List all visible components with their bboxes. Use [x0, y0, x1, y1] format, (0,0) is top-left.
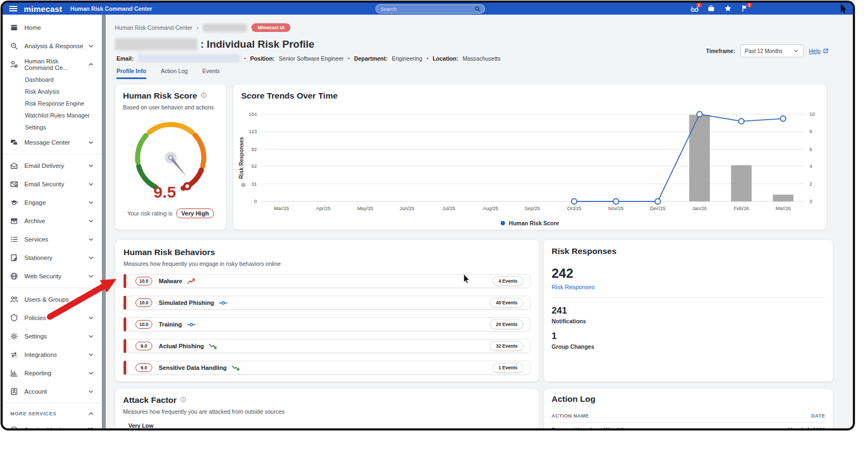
- chart-legend: Human Risk Score: [234, 220, 826, 226]
- glasses-icon[interactable]: 2: [690, 4, 699, 13]
- sidebar-item-stationery[interactable]: Stationery: [3, 249, 102, 267]
- behavior-row-sensitive-data-handling[interactable]: 9.0Sensitive Data Handling1 Events: [124, 361, 530, 375]
- action-log-card: Action Log ACTION NAMEDATE Remove User f…: [543, 388, 833, 431]
- chevron-down-icon: [87, 351, 95, 358]
- svg-text:Risk Responses: Risk Responses: [238, 136, 244, 179]
- position-label: Position:: [250, 55, 275, 62]
- analysis-icon: [10, 42, 18, 50]
- sidebar-item-archive[interactable]: Archive: [3, 212, 102, 230]
- tab-action-log[interactable]: Action Log: [161, 68, 188, 79]
- sidebar-item-label: Analysis & Response: [24, 43, 83, 49]
- sidebar-item-label: Integrations: [24, 351, 57, 358]
- sidebar-item-settings[interactable]: Settings: [3, 327, 102, 345]
- svg-text:Jul/25: Jul/25: [442, 206, 455, 211]
- sidebar-item-reporting[interactable]: Reporting: [3, 364, 102, 382]
- svg-text:123: 123: [249, 129, 257, 134]
- sidebar-item-users-groups[interactable]: Users & Groups: [3, 290, 102, 309]
- risk-stripe: [124, 317, 126, 331]
- gauge-segment: [150, 125, 192, 132]
- sidebar-item-integrations[interactable]: Integrations: [3, 345, 102, 364]
- behavior-label: Simulated Phishing: [159, 299, 214, 306]
- events-count-badge[interactable]: 40 Events: [490, 298, 523, 308]
- trend-down-icon: [231, 364, 241, 371]
- sidebar-item-services[interactable]: Services: [3, 230, 102, 249]
- sidebar-item-account[interactable]: Account: [3, 382, 102, 401]
- sidebar-item-email-delivery[interactable]: Email Delivery: [3, 156, 102, 175]
- timeframe-select[interactable]: Past 12 Months: [740, 44, 804, 57]
- briefcase-icon[interactable]: [707, 4, 716, 13]
- svg-text:4: 4: [809, 164, 812, 169]
- events-count-badge[interactable]: 4 Events: [493, 276, 523, 286]
- breadcrumb-separator: ›: [197, 24, 199, 31]
- sidebar-subitem-risk-analysis[interactable]: Risk Analysis: [3, 86, 102, 97]
- redacted-email: [138, 54, 240, 63]
- chevron-down-icon: [87, 369, 95, 377]
- sidebar-item-message-center[interactable]: Message Center: [3, 133, 102, 152]
- header-controls: Timeframe: Past 12 Months Help: [706, 44, 829, 57]
- flag-icon[interactable]: 2: [740, 4, 749, 13]
- sidebar-item-home[interactable]: Home: [3, 18, 102, 37]
- email-delivery-icon: [10, 161, 18, 170]
- trend-flat-icon: [187, 322, 196, 328]
- attack-factor-level: Very Low: [128, 422, 531, 429]
- info-icon[interactable]: [180, 395, 186, 405]
- info-icon[interactable]: [200, 91, 207, 101]
- behavior-score-badge: 9.0: [135, 363, 152, 372]
- score-trends-card: Score Trends Over Time 00312624926123815…: [233, 84, 827, 230]
- behavior-row-simulated-phishing[interactable]: 10.0Simulated Phishing40 Events: [124, 296, 530, 310]
- score-trends-chart: 00312624926123815410Mar/25Apr/25May/25Ju…: [236, 101, 818, 214]
- search-box[interactable]: [375, 4, 485, 14]
- star-icon[interactable]: [723, 4, 733, 13]
- sidebar-item-engage[interactable]: Engage: [3, 193, 102, 212]
- behavior-card: 10.0Training20 Events: [127, 317, 530, 331]
- events-count-badge[interactable]: 1 Events: [493, 363, 523, 373]
- chevron-down-icon: [87, 314, 95, 322]
- trend-up-icon: [187, 278, 196, 285]
- help-link[interactable]: Help: [809, 48, 830, 54]
- sidebar-subitem-dashboard[interactable]: Dashboard: [3, 74, 102, 86]
- svg-text:31: 31: [251, 181, 257, 187]
- behavior-card: 10.0Malware4 Events: [127, 274, 530, 288]
- person-gear-icon: [10, 60, 18, 69]
- gauge-segment: [195, 135, 204, 166]
- sidebar-subitem-risk-response-engine[interactable]: Risk Response Engine: [3, 97, 102, 109]
- sidebar-subitem-settings[interactable]: Settings: [3, 121, 102, 133]
- behavior-row-actual-phishing[interactable]: 9.0Actual Phishing32 Events: [124, 339, 530, 353]
- tab-events[interactable]: Events: [202, 68, 219, 79]
- action-date: March 4, 2026: [788, 427, 825, 431]
- risk-responses-total: 242: [552, 266, 825, 281]
- risk-responses-title: Risk Responses: [552, 246, 617, 256]
- events-count-badge[interactable]: 20 Events: [490, 319, 523, 329]
- hamburger-menu-icon[interactable]: [9, 4, 17, 13]
- tab-profile-info[interactable]: Profile Info: [116, 68, 146, 79]
- department-label: Department:: [354, 55, 387, 62]
- sidebar-subitem-watchlist-rules-manager[interactable]: Watchlist Rules Manager: [3, 109, 102, 121]
- more-services-toggle[interactable]: MORE SERVICES: [3, 406, 102, 422]
- position-value: Senior Software Engineer: [279, 55, 344, 62]
- sidebar-item-analysis-response[interactable]: Analysis & Response: [3, 37, 102, 55]
- sidebar-item-email-security[interactable]: Email Security: [3, 175, 102, 193]
- sidebar-scrollbar[interactable]: [102, 15, 106, 428]
- mimecast-ui-badge: Mimecast UI: [251, 23, 290, 32]
- events-count-badge[interactable]: 32 Events: [490, 341, 523, 351]
- behavior-row-malware[interactable]: 10.0Malware4 Events: [124, 274, 530, 288]
- behavior-row-training[interactable]: 10.0Training20 Events: [124, 317, 530, 331]
- breadcrumb-root-link[interactable]: Human Risk Command Center: [115, 24, 192, 31]
- svg-text:May/25: May/25: [357, 206, 373, 211]
- sidebar-item-label: Web Security: [24, 273, 61, 279]
- chevron-down-icon: [87, 199, 95, 206]
- risk-responses-link[interactable]: Risk Responses: [552, 284, 825, 290]
- timeframe-label: Timeframe:: [706, 48, 735, 54]
- sidebar-item-service-monitor[interactable]: Service Monitor: [3, 422, 102, 431]
- app-title: Human Risk Command Center: [70, 5, 152, 12]
- web-security-icon: [10, 272, 18, 281]
- app-window: mimecast Human Risk Command Center 22 Ho…: [1, 1, 855, 431]
- sidebar-item-web-security[interactable]: Web Security: [3, 267, 102, 285]
- column-header-action-name: ACTION NAME: [552, 413, 589, 419]
- search-input[interactable]: [376, 6, 474, 12]
- title-row: : Individual Risk Profile: [115, 38, 314, 50]
- chevron-down-icon: [87, 139, 95, 146]
- sidebar-item-human-risk-command-ce[interactable]: Human Risk Command Ce...: [3, 55, 102, 74]
- sidebar-item-policies[interactable]: Policies: [3, 309, 102, 327]
- action-log-row[interactable]: Remove User from WatchlistMarch 4, 2026: [552, 427, 825, 431]
